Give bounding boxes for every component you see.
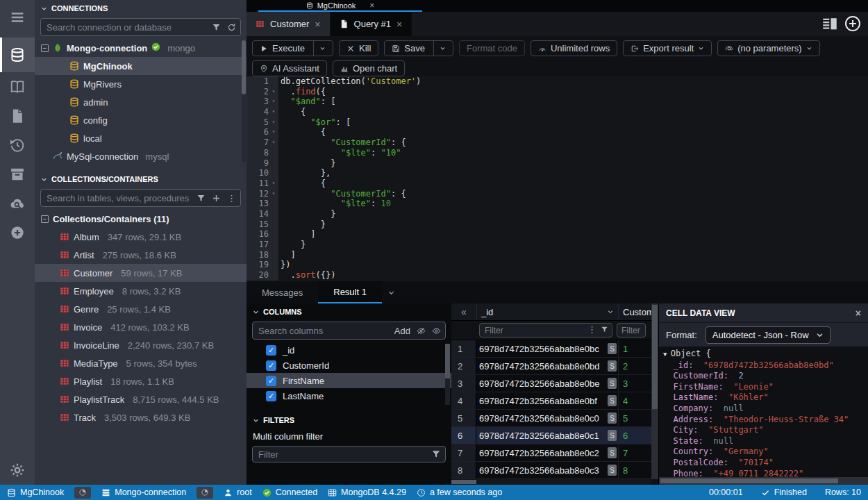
column-toggle-lastname[interactable]: ✓LastName: [247, 388, 451, 403]
collapse-expander-icon[interactable]: −: [41, 44, 49, 52]
close-icon[interactable]: ×: [397, 19, 402, 30]
add-tab-icon[interactable]: [844, 15, 861, 32]
cell-customerid[interactable]: 7: [618, 444, 651, 461]
kill-button[interactable]: Kill: [339, 40, 378, 56]
kebab-menu-icon[interactable]: ⋮: [587, 325, 596, 334]
status-a-few-seconds-ago[interactable]: a few seconds ago: [417, 488, 502, 497]
collection-item-track[interactable]: Track3,503 rows, 649.3 KB: [35, 408, 247, 426]
json-tree-view[interactable]: ▼ Object { _id: "6978d7472b32566abab8e0b…: [659, 347, 868, 477]
fold-arrow-icon[interactable]: ▾: [269, 138, 278, 148]
table-row[interactable]: 66978d7472b32566abab8e0c1S6: [451, 427, 651, 444]
status-connected[interactable]: Connected: [262, 488, 317, 497]
execute-button[interactable]: Execute: [252, 40, 333, 56]
result-tabs-dropdown[interactable]: [382, 281, 401, 303]
-no-parameters--button[interactable]: (no parameters): [717, 40, 819, 56]
sidebar-database-button[interactable]: [0, 38, 35, 72]
cell-customerid[interactable]: 2: [618, 358, 651, 374]
close-icon[interactable]: ×: [315, 19, 320, 30]
table-row[interactable]: 36978d7472b32566abab8e0beS3: [451, 375, 651, 392]
cell-id[interactable]: 6978d7472b32566abab8e0bfS: [476, 392, 618, 409]
format-select[interactable]: Autodetect - Json - Row: [706, 326, 831, 344]
collection-item-playlisttrack[interactable]: PlaylistTrack8,715 rows, 444.5 KB: [35, 390, 247, 408]
status-mongo-connection[interactable]: Mongo-connection: [101, 488, 186, 497]
collection-item-album[interactable]: Album347 rows, 29.1 KB: [35, 228, 247, 246]
column-toggle-firstname[interactable]: ✓FirstName: [247, 373, 451, 388]
connection-item-admin[interactable]: admin: [35, 93, 247, 111]
format-code-button[interactable]: Format code: [459, 40, 525, 56]
close-icon[interactable]: ×: [856, 308, 861, 319]
cell-id[interactable]: 6978d7472b32566abab8e0c3S: [476, 462, 618, 478]
column-toggle-_id[interactable]: ✓_id: [247, 342, 451, 358]
connection-item-mgchinook[interactable]: MgChinook: [35, 57, 247, 75]
cell-customerid[interactable]: 8: [618, 462, 651, 478]
cell-id[interactable]: 6978d7472b32566abab8e0c1S: [476, 427, 618, 444]
collections-group-row[interactable]: − Collections/Containers (11): [35, 210, 247, 228]
refresh-icon[interactable]: [227, 23, 236, 32]
color-swatch-badge[interactable]: [74, 487, 91, 499]
fold-arrow-icon[interactable]: ▾: [269, 178, 278, 189]
table-row[interactable]: 26978d7472b32566abab8e0bdS2: [451, 358, 651, 375]
collection-item-invoice[interactable]: Invoice412 rows, 103.2 KB: [35, 318, 247, 336]
sidebar-cloud-search-button[interactable]: [0, 189, 35, 218]
checkbox-checked-icon[interactable]: ✓: [266, 391, 276, 401]
columns-section-header[interactable]: COLUMNS: [247, 303, 451, 320]
collection-item-customer[interactable]: Customer59 rows, 17 KB: [35, 264, 247, 282]
multi-column-filter-input[interactable]: [252, 446, 446, 462]
column-toggle-customerid[interactable]: ✓CustomerId: [247, 358, 451, 373]
collections-section-header[interactable]: COLLECTIONS/CONTAINERS: [35, 171, 247, 188]
columns-list-scrollbar[interactable]: [445, 344, 450, 405]
table-row[interactable]: 46978d7472b32566abab8e0bfS4: [451, 392, 651, 410]
database-group-tab[interactable]: MgChinook ×: [258, 0, 422, 12]
connection-item-config[interactable]: config: [35, 111, 247, 129]
checkbox-checked-icon[interactable]: ✓: [266, 345, 276, 356]
unlimited-rows-button[interactable]: Unlimited rows: [531, 40, 617, 56]
export-result-button[interactable]: Export result: [623, 40, 712, 56]
cell-id[interactable]: 6978d7472b32566abab8e0c2S: [476, 444, 618, 461]
color-swatch-badge[interactable]: [197, 487, 213, 499]
cell-customerid[interactable]: 5: [618, 410, 651, 426]
save-button[interactable]: Save: [384, 40, 453, 56]
checkbox-checked-icon[interactable]: ✓: [266, 360, 276, 371]
cell-customerid[interactable]: 3: [618, 375, 651, 392]
connection-item-local[interactable]: local: [35, 129, 247, 147]
sidebar-plus-circle-button[interactable]: [0, 218, 35, 247]
close-icon[interactable]: ×: [369, 1, 374, 10]
connections-search-input[interactable]: [40, 18, 241, 36]
fold-arrow-icon[interactable]: ▾: [269, 117, 278, 128]
cell-id[interactable]: 6978d7472b32566abab8e0bcS: [476, 340, 618, 357]
kebab-menu-icon[interactable]: ⋮: [227, 194, 236, 203]
connection-item-mgrivers[interactable]: MgRivers: [35, 75, 247, 93]
status-mongodb-4-4-29[interactable]: MongoDB 4.4.29: [328, 488, 406, 497]
fold-arrow-icon[interactable]: ▾: [269, 189, 278, 199]
cell-customerid[interactable]: 6: [618, 427, 651, 444]
fold-arrow-icon[interactable]: ▾: [269, 107, 278, 117]
customerid-filter-input[interactable]: [617, 323, 646, 338]
table-row[interactable]: 76978d7472b32566abab8e0c2S7: [451, 444, 651, 462]
collapse-panel-button[interactable]: «: [451, 303, 476, 320]
cell-view-horizontal-scrollbar[interactable]: [659, 477, 868, 485]
filter-icon[interactable]: [601, 326, 608, 333]
collection-item-artist[interactable]: Artist275 rows, 18.6 KB: [35, 246, 247, 264]
collection-item-invoiceline[interactable]: InvoiceLine2,240 rows, 230.7 KB: [35, 336, 247, 354]
status-root[interactable]: root: [224, 488, 252, 497]
connection-item-mysql-connection[interactable]: MySql-connectionmysql: [35, 147, 247, 165]
connections-scrollbar[interactable]: [242, 40, 246, 162]
sidebar-history-button[interactable]: [0, 131, 35, 160]
result-tab-messages[interactable]: Messages: [247, 281, 318, 303]
tab-query-1[interactable]: Query #1×: [331, 12, 412, 36]
sidebar-settings-button[interactable]: [0, 456, 35, 485]
tab-customer[interactable]: Customer×: [247, 12, 331, 36]
query-editor[interactable]: 1db.getCollection('Customer')2▾ .find({3…: [247, 76, 868, 281]
cell-id[interactable]: 6978d7472b32566abab8e0bdS: [476, 358, 618, 374]
sidebar-archive-button[interactable]: [0, 160, 35, 189]
cell-id[interactable]: 6978d7472b32566abab8e0c0S: [476, 410, 618, 426]
column-header-id[interactable]: _id: [476, 303, 618, 320]
eye-off-icon[interactable]: [417, 326, 426, 335]
filters-section-header[interactable]: FILTERS: [247, 412, 451, 428]
collection-item-playlist[interactable]: Playlist18 rows, 1.1 KB: [35, 372, 247, 390]
ai-assistant-button[interactable]: AI Assistant: [252, 60, 327, 76]
filter-icon[interactable]: [212, 23, 221, 32]
sidebar-book-button[interactable]: [0, 72, 35, 101]
cell-id[interactable]: 6978d7472b32566abab8e0beS: [476, 375, 618, 392]
sidebar-file-button[interactable]: [0, 101, 35, 131]
